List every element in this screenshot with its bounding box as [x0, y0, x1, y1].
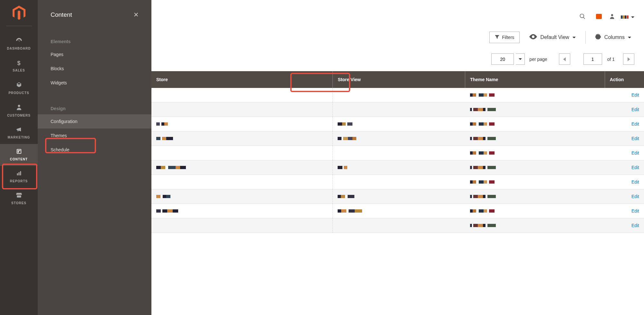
submenu-section-elements: Elements: [38, 36, 151, 47]
cell-action: Edit: [605, 175, 644, 189]
cell-action: Edit: [605, 218, 644, 233]
default-view-toggle[interactable]: Default View: [526, 31, 579, 44]
col-theme-name[interactable]: Theme Name: [465, 71, 605, 88]
edit-link[interactable]: Edit: [631, 223, 639, 228]
cell-action: Edit: [605, 117, 644, 131]
funnel-icon: [495, 35, 499, 40]
cell-store-view: [333, 189, 465, 204]
edit-link[interactable]: Edit: [631, 208, 639, 214]
content-submenu: Content × Elements Pages Blocks Widgets …: [38, 0, 151, 315]
svg-rect-2: [18, 150, 19, 153]
magento-logo[interactable]: [11, 5, 27, 21]
cell-store-view: [333, 131, 465, 146]
page-size-dropdown[interactable]: [516, 53, 525, 65]
cell-action: Edit: [605, 160, 644, 175]
page-size-input[interactable]: [491, 53, 514, 65]
filters-button[interactable]: Filters: [489, 32, 520, 43]
sidebar-label-reports: REPORTS: [10, 179, 28, 183]
submenu-link-blocks[interactable]: Blocks: [38, 62, 151, 76]
pager: per page of 1: [151, 47, 644, 71]
cell-theme-name: [465, 189, 605, 204]
cell-theme-name: [465, 146, 605, 160]
cell-store: [151, 204, 333, 218]
submenu-link-widgets[interactable]: Widgets: [38, 76, 151, 90]
cell-store: [151, 218, 333, 233]
user-menu[interactable]: [621, 15, 634, 19]
cell-store: [151, 88, 333, 102]
sidebar-item-sales[interactable]: $ SALES: [0, 55, 38, 77]
sidebar-item-products[interactable]: PRODUCTS: [0, 77, 38, 100]
header-tools: [151, 0, 644, 28]
edit-link[interactable]: Edit: [631, 194, 639, 199]
cell-theme-name: [465, 218, 605, 233]
svg-rect-5: [18, 172, 19, 176]
sidebar-item-customers[interactable]: CUSTOMERS: [0, 100, 38, 122]
cell-store: [151, 189, 333, 204]
columns-label: Columns: [604, 34, 625, 40]
cell-action: Edit: [605, 102, 644, 117]
close-submenu-button[interactable]: ×: [134, 10, 139, 20]
edit-link[interactable]: Edit: [631, 92, 639, 98]
columns-toggle[interactable]: Columns: [592, 31, 634, 44]
edit-link[interactable]: Edit: [631, 165, 639, 170]
edit-link[interactable]: Edit: [631, 107, 639, 112]
cell-theme-name: [465, 117, 605, 131]
cell-action: Edit: [605, 131, 644, 146]
edit-link[interactable]: Edit: [631, 179, 639, 185]
table-row: Edit: [151, 117, 644, 131]
submenu-link-themes[interactable]: Themes: [38, 129, 151, 143]
table-row: Edit: [151, 175, 644, 189]
prev-page-button[interactable]: [559, 53, 570, 65]
grid-toolbar: Filters Default View Columns: [151, 28, 644, 47]
notification-badge[interactable]: [592, 13, 603, 21]
sidebar-item-stores[interactable]: STORES: [0, 188, 38, 210]
chevron-down-icon: [519, 58, 522, 60]
design-config-table: Store Store View Theme Name Action EditE…: [151, 71, 644, 233]
cell-action: Edit: [605, 189, 644, 204]
table-row: Edit: [151, 204, 644, 218]
cell-store: [151, 117, 333, 131]
sidebar-item-marketing[interactable]: MARKETING: [0, 122, 38, 144]
current-page-input[interactable]: [583, 53, 602, 65]
edit-link[interactable]: Edit: [631, 121, 639, 127]
cell-store: [151, 131, 333, 146]
table-row: Edit: [151, 102, 644, 117]
edit-link[interactable]: Edit: [631, 150, 639, 156]
next-page-button[interactable]: [623, 53, 634, 65]
eye-icon: [529, 34, 537, 41]
sidebar-label-sales: SALES: [13, 69, 25, 72]
cell-theme-name: [465, 160, 605, 175]
cell-store-view: [333, 102, 465, 117]
submenu-link-pages[interactable]: Pages: [38, 47, 151, 62]
cell-theme-name: [465, 88, 605, 102]
page-of-label: of 1: [607, 57, 615, 62]
sidebar-item-reports[interactable]: REPORTS: [0, 166, 38, 188]
edit-link[interactable]: Edit: [631, 136, 639, 141]
svg-point-9: [611, 14, 613, 16]
svg-line-8: [583, 17, 585, 19]
sidebar-divider: [6, 26, 32, 26]
megaphone-icon: [16, 127, 22, 134]
cell-action: Edit: [605, 204, 644, 218]
submenu-title: Content: [51, 11, 72, 18]
search-icon[interactable]: [579, 13, 586, 21]
submenu-section-design: Design: [38, 103, 151, 114]
col-store[interactable]: Store: [151, 71, 333, 88]
cell-store-view: [333, 146, 465, 160]
cell-store-view: [333, 117, 465, 131]
user-name-pixel: [621, 15, 629, 19]
submenu-link-configuration[interactable]: Configuration: [38, 114, 151, 129]
chevron-down-icon: [631, 16, 634, 18]
sidebar-label-customers: CUSTOMERS: [7, 114, 31, 117]
col-store-view[interactable]: Store View: [333, 71, 465, 88]
gear-icon: [595, 34, 601, 41]
cell-theme-name: [465, 204, 605, 218]
sidebar-item-content[interactable]: CONTENT: [0, 144, 38, 166]
sidebar-label-content: CONTENT: [10, 158, 28, 161]
sidebar-item-dashboard[interactable]: DASHBOARD: [0, 33, 38, 55]
table-row: Edit: [151, 146, 644, 160]
table-row: Edit: [151, 160, 644, 175]
submenu-link-schedule[interactable]: Schedule: [38, 143, 151, 157]
stores-icon: [16, 193, 22, 199]
per-page-label: per page: [529, 57, 547, 62]
